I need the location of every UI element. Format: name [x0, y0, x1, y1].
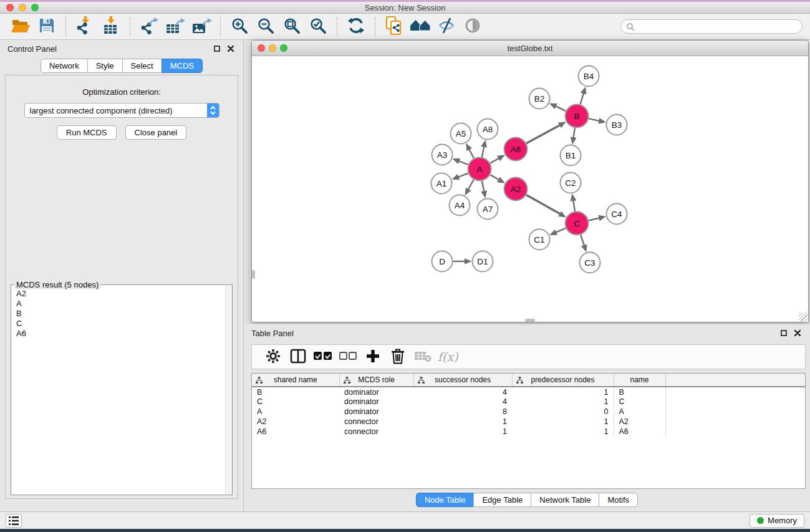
graph-edge-A-A8[interactable]: [482, 147, 484, 157]
zoom-fit-button[interactable]: [281, 16, 303, 37]
open-file-button[interactable]: [9, 16, 32, 37]
search-input[interactable]: [620, 19, 803, 34]
hide-graphics-details-button[interactable]: [435, 16, 458, 37]
graph-edge-C-C1[interactable]: [556, 228, 566, 233]
graph-edge-A6-B[interactable]: [526, 125, 560, 143]
column-header-name[interactable]: name: [614, 374, 665, 387]
result-item[interactable]: A: [16, 299, 227, 309]
graph-edge-B-B1[interactable]: [574, 128, 575, 138]
zoom-in-button[interactable]: [228, 16, 251, 37]
add-button[interactable]: [360, 346, 385, 367]
graph-node-A4[interactable]: A4: [450, 195, 470, 216]
graph-node-B4[interactable]: B4: [579, 66, 599, 87]
graph-edge-A2-C[interactable]: [526, 195, 560, 215]
import-network-button[interactable]: [74, 16, 96, 37]
graph-edge-C-C2[interactable]: [573, 200, 575, 211]
graph-node-B1[interactable]: B1: [561, 145, 581, 166]
graph-node-A1[interactable]: A1: [432, 173, 452, 194]
table-row[interactable]: Cdominator41C: [252, 397, 805, 407]
graph-node-B2[interactable]: B2: [529, 89, 550, 109]
close-panel-button[interactable]: Close panel: [125, 125, 187, 140]
graph-edge-C-C3[interactable]: [581, 235, 584, 246]
network-canvas[interactable]: B4B2BB3A5A8A6B1A3AC2A1A2A4A7C4CC1C3DD1: [252, 56, 808, 322]
show-graphics-details-button[interactable]: [461, 16, 484, 37]
column-header-shared-name[interactable]: shared name: [252, 374, 339, 387]
graph-edge-B-B2[interactable]: [556, 106, 566, 111]
criterion-dropdown[interactable]: largest connected component (directed): [24, 103, 219, 118]
minimize-window-button[interactable]: [19, 4, 26, 11]
table-row[interactable]: Bdominator41B: [252, 387, 805, 397]
graph-node-C3[interactable]: C3: [580, 253, 600, 273]
graph-node-A3[interactable]: A3: [432, 145, 453, 165]
network-zoom-button[interactable]: [280, 44, 287, 52]
result-scrollbar[interactable]: [225, 286, 232, 494]
task-history-button[interactable]: [6, 514, 22, 528]
graph-edge-A-A2[interactable]: [490, 175, 499, 180]
graph-edge-A-A6[interactable]: [490, 158, 499, 163]
deselect-all-button[interactable]: [335, 346, 360, 367]
graph-node-A7[interactable]: A7: [478, 199, 498, 220]
result-item[interactable]: C: [16, 319, 227, 329]
network-close-button[interactable]: [258, 44, 265, 52]
graph-node-D[interactable]: D: [432, 251, 453, 272]
graph-edge-A-A3[interactable]: [459, 161, 468, 165]
graph-node-A2[interactable]: A2: [504, 178, 528, 201]
run-mcds-button[interactable]: Run MCDS: [57, 125, 117, 140]
table-row[interactable]: A2connector11A2: [252, 417, 805, 427]
toggle-columns-button[interactable]: [286, 346, 311, 367]
graph-edge-A-A7[interactable]: [482, 181, 484, 191]
control-panel-float-button[interactable]: [212, 44, 222, 54]
vertical-scrollbar-thumb[interactable]: [252, 270, 255, 279]
graph-node-A[interactable]: A: [468, 158, 491, 181]
graph-node-A5[interactable]: A5: [451, 123, 471, 144]
graph-node-C1[interactable]: C1: [529, 230, 550, 250]
table-settings-button[interactable]: [261, 346, 286, 367]
graph-node-D1[interactable]: D1: [473, 251, 493, 272]
delete-button[interactable]: [385, 346, 410, 367]
graph-node-A6[interactable]: A6: [504, 138, 528, 161]
save-session-button[interactable]: [36, 16, 58, 37]
graph-edge-A-A1[interactable]: [458, 173, 468, 177]
table-row[interactable]: A6connector11A6: [252, 427, 805, 437]
tab-motifs[interactable]: Motifs: [599, 493, 638, 507]
zoom-out-button[interactable]: [254, 16, 277, 37]
result-item[interactable]: A2: [16, 289, 227, 299]
tab-node-table[interactable]: Node Table: [416, 493, 475, 507]
graph-node-B3[interactable]: B3: [607, 115, 627, 135]
graph-node-C2[interactable]: C2: [561, 173, 581, 193]
result-item[interactable]: B: [16, 309, 227, 319]
tab-mcds[interactable]: MCDS: [162, 59, 203, 73]
tab-edge-table[interactable]: Edge Table: [473, 493, 531, 507]
refresh-button[interactable]: [345, 16, 367, 37]
control-panel-close-button[interactable]: [226, 44, 236, 54]
table-panel-close-button[interactable]: [793, 328, 803, 338]
result-item[interactable]: A6: [16, 329, 227, 339]
graph-edge-B-B4[interactable]: [581, 93, 584, 104]
graph-node-C[interactable]: C: [566, 212, 589, 235]
tab-select[interactable]: Select: [122, 59, 162, 73]
export-table-button[interactable]: [164, 16, 186, 37]
tab-style[interactable]: Style: [87, 59, 123, 73]
network-minimize-button[interactable]: [269, 44, 276, 52]
zoom-window-button[interactable]: [31, 4, 39, 11]
table-panel-float-button[interactable]: [779, 328, 789, 338]
graph-node-C4[interactable]: C4: [607, 204, 627, 225]
export-network-button[interactable]: [138, 16, 160, 37]
column-header-MCDS-role[interactable]: MCDS role: [339, 374, 413, 387]
column-header-predecessor-nodes[interactable]: predecessor nodes: [512, 374, 614, 387]
import-table-button[interactable]: [100, 16, 122, 37]
tab-network[interactable]: Network: [41, 59, 88, 73]
zoom-selected-button[interactable]: [307, 16, 329, 37]
tab-network-table[interactable]: Network Table: [531, 493, 599, 507]
graph-edge-A-A5[interactable]: [469, 149, 474, 158]
select-all-button[interactable]: [311, 346, 335, 367]
graph-edge-A-A4[interactable]: [468, 180, 474, 190]
resize-grip[interactable]: [799, 312, 808, 321]
export-image-button[interactable]: [190, 16, 213, 37]
clone-network-button[interactable]: [383, 16, 405, 37]
graph-node-B[interactable]: B: [566, 105, 589, 128]
home-button[interactable]: [409, 16, 432, 37]
memory-button[interactable]: Memory: [750, 514, 804, 528]
horizontal-scrollbar-thumb[interactable]: [525, 319, 535, 322]
column-header-successor-nodes[interactable]: successor nodes: [413, 374, 512, 387]
